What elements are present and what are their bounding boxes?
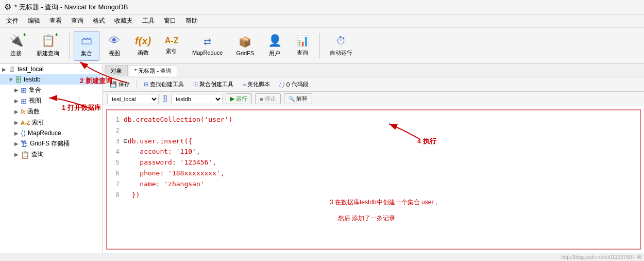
explain-button[interactable]: 🔍 解释	[284, 93, 312, 104]
sidebar-label-mapreduce: MapReduce	[28, 129, 61, 137]
menu-help[interactable]: 帮助	[181, 15, 202, 26]
arrow-icon-testdb: ▼	[8, 77, 14, 83]
content-area: 对象 * 无标题 - 查询 💾 保存 ⊞ 查找创建工具 ⊡	[103, 64, 644, 253]
server-icon: 🖥	[8, 65, 15, 73]
code-line-5: 5 password: '123456',	[111, 157, 636, 168]
sidebar-item-view[interactable]: ▶ ⊞ 视图	[0, 95, 103, 106]
sidebar-item-function[interactable]: ▶ fx 函数	[0, 106, 103, 117]
menu-edit[interactable]: 编辑	[24, 15, 44, 26]
db-arrow-icon: 🗄	[162, 95, 168, 103]
index-label: 索引	[166, 47, 177, 55]
sidebar-label-index: 索引	[32, 118, 44, 127]
view-icon: ⊞	[21, 97, 27, 105]
new-query-button[interactable]: 📋 + 新建查询	[31, 31, 65, 61]
sidebar-item-test-local[interactable]: ▶ 🖥 test_local	[0, 64, 103, 74]
menu-file[interactable]: 文件	[2, 15, 23, 26]
window-title: * 无标题 - 查询 - Navicat for MongoDB	[14, 3, 128, 12]
aggregate-create-button[interactable]: ⊡ 聚合创建工具	[190, 79, 237, 90]
sidebar-item-query[interactable]: ▶ 📋 查询	[0, 149, 103, 160]
view-label: 视图	[109, 50, 120, 57]
arrow-icon-view: ▶	[14, 98, 21, 104]
index-icon: A-Z	[21, 120, 30, 126]
mapreduce-button[interactable]: ⇄ MapReduce	[187, 31, 228, 61]
collection-button[interactable]: 🗃 集合	[74, 31, 99, 61]
line-num-8: 8	[111, 190, 120, 201]
query-toolbar: 💾 保存 ⊞ 查找创建工具 ⊡ 聚合创建工具 ≈ 美化脚本 ( )	[103, 77, 644, 92]
code-text-5: password: '123456',	[124, 157, 216, 168]
find-create-label: 查找创建工具	[150, 80, 184, 88]
arrow-icon-gfs: ▶	[14, 141, 21, 146]
db-selector-bar: test_local 🗄 testdb ▶ 运行 ■ 停止 🔍 解释	[103, 92, 644, 106]
toolbar-separator-2	[319, 33, 320, 59]
line-num-3: 3	[111, 136, 120, 147]
beautify-button[interactable]: ≈ 美化脚本	[239, 79, 274, 90]
code-line-8: 8 })	[111, 190, 636, 201]
code-text-7: name: 'zhangsan'	[124, 179, 205, 190]
connect-label: 连接	[10, 50, 22, 57]
function-button[interactable]: f(x) 函数	[129, 31, 157, 61]
code-line-2: 2	[111, 125, 636, 136]
gridfs-button[interactable]: 📦 GridFS	[230, 31, 260, 61]
code-text-2	[124, 125, 128, 136]
new-query-label: 新建查询	[37, 50, 59, 57]
function-label: 函数	[138, 49, 149, 57]
tab-query-label: * 无标题 - 查询	[134, 68, 172, 74]
main-layout: ▶ 🖥 test_local ▼ 🗄 testdb ▶ ⊞ 集合 ▶ ⊞ 视图	[0, 64, 644, 253]
menu-tools[interactable]: 工具	[138, 15, 159, 26]
connect-button[interactable]: 🔌 + 连接	[3, 31, 29, 61]
query-button[interactable]: 📊 查询	[290, 31, 315, 61]
find-create-icon: ⊞	[144, 81, 148, 88]
tab-query[interactable]: * 无标题 - 查询	[129, 65, 177, 76]
sidebar-item-index[interactable]: ▶ A-Z 索引	[0, 117, 103, 128]
line-num-6: 6	[111, 168, 120, 179]
code-block-button[interactable]: ( ) () 代码段	[276, 79, 312, 90]
code-line-7: 7 name: 'zhangsan'	[111, 179, 636, 190]
watermark: http://blog.csdn.net/u011337607 46	[561, 254, 642, 260]
line-num-2: 2	[111, 125, 120, 136]
sidebar-item-gridfs[interactable]: ▶ 🗜 GridFS 存储桶	[0, 138, 103, 149]
sidebar-item-mapreduce[interactable]: ▶ ⟨⟩ MapReduce	[0, 128, 103, 138]
save-label: 保存	[118, 80, 130, 88]
autorun-label: 自动运行	[330, 49, 352, 57]
sidebar-label-view: 视图	[29, 96, 41, 105]
app-icon: ⚙	[4, 2, 11, 12]
arrow-icon-func: ▶	[14, 109, 21, 115]
mapreduce-label: MapReduce	[192, 50, 223, 56]
line-num-5: 5	[111, 157, 120, 168]
mapreduce-icon: ⟨⟩	[21, 129, 26, 137]
save-button[interactable]: 💾 保存	[106, 79, 133, 90]
index-button[interactable]: A-Z 索引	[159, 31, 184, 61]
connection-select[interactable]: test_local	[107, 94, 159, 104]
sidebar-item-testdb[interactable]: ▼ 🗄 testdb	[0, 74, 103, 85]
run-button[interactable]: ▶ 运行	[226, 93, 252, 104]
gridfs-icon: 🗜	[21, 140, 28, 148]
sidebar-item-collection[interactable]: ▶ ⊞ 集合	[0, 85, 103, 95]
tab-object[interactable]: 对象	[105, 65, 128, 76]
gridfs-label: GridFS	[236, 50, 254, 56]
arrow-icon-qry: ▶	[14, 152, 21, 157]
line-num-7: 7	[111, 179, 120, 190]
code-text-4: account: '110',	[124, 146, 200, 157]
database-select[interactable]: testdb	[171, 94, 223, 104]
code-editor[interactable]: 1 db.createCollection('user') 2 3 ⊟db.us…	[106, 109, 641, 250]
run-label: 运行	[236, 95, 247, 103]
sidebar-label-query: 查询	[31, 150, 44, 159]
user-button[interactable]: 👤 用户	[262, 31, 287, 61]
beautify-label: 美化脚本	[247, 80, 270, 88]
menu-view[interactable]: 查看	[45, 15, 66, 26]
menu-format[interactable]: 格式	[89, 15, 109, 26]
app-window: ⚙ * 无标题 - 查询 - Navicat for MongoDB 文件 编辑…	[0, 0, 644, 261]
sidebar-label-testdb: testdb	[24, 76, 41, 83]
tab-object-label: 对象	[111, 68, 122, 74]
sidebar-label-gridfs: GridFS 存储桶	[30, 139, 70, 148]
find-create-button[interactable]: ⊞ 查找创建工具	[140, 79, 188, 90]
beautify-icon: ≈	[243, 81, 246, 88]
menu-window[interactable]: 窗口	[160, 15, 180, 26]
menu-query[interactable]: 查询	[67, 15, 88, 26]
menu-favorites[interactable]: 收藏夹	[110, 15, 137, 26]
stop-label: 停止	[265, 95, 276, 103]
code-block-icon: ( )	[279, 81, 284, 88]
view-button[interactable]: 👁 视图	[101, 31, 127, 61]
stop-button[interactable]: ■ 停止	[255, 93, 281, 104]
autorun-button[interactable]: ⏱ 自动运行	[324, 31, 358, 61]
